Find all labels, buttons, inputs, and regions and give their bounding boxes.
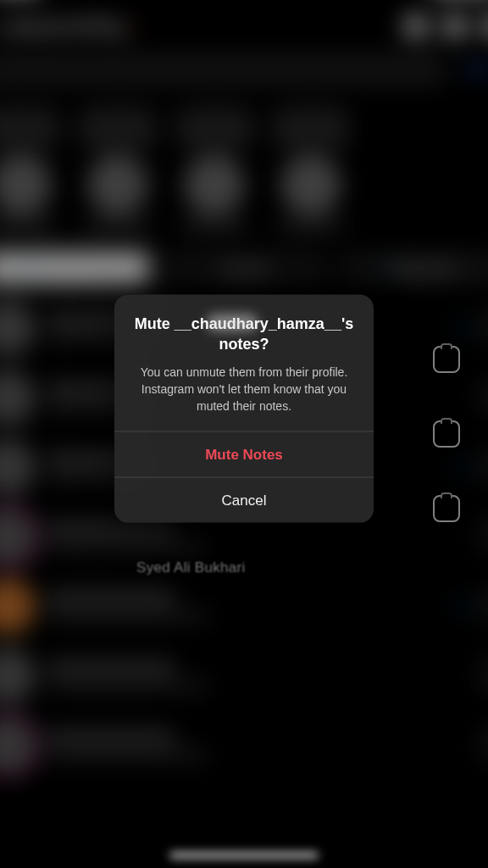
mute-notes-dialog: Mute __chaudhary_hamza__'s notes? You ca… (114, 295, 374, 523)
mute-notes-button[interactable]: Mute Notes (114, 431, 374, 477)
home-indicator (170, 853, 319, 858)
cancel-button[interactable]: Cancel (114, 477, 374, 523)
dialog-description: You can unmute them from their profile. … (131, 363, 357, 415)
dialog-title: Mute __chaudhary_hamza__'s notes? (131, 314, 357, 355)
